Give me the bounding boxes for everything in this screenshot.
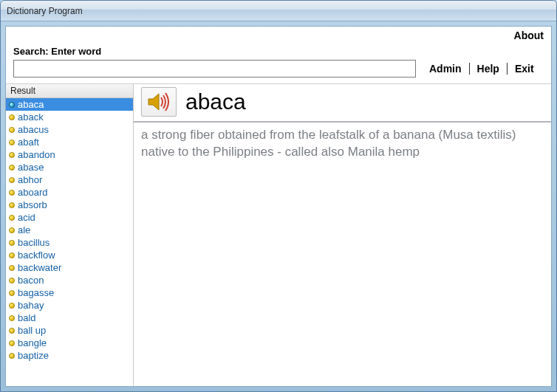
- definition-text: a strong fiber obtained from the leafsta…: [134, 123, 551, 165]
- exit-link[interactable]: Exit: [512, 63, 537, 75]
- bullet-icon: [9, 227, 15, 233]
- speaker-icon: [147, 92, 171, 112]
- bullet-icon: [9, 165, 15, 171]
- bullet-icon: [9, 240, 15, 246]
- list-item-label: bahay: [18, 300, 44, 311]
- svg-marker-0: [148, 94, 159, 110]
- help-link[interactable]: Help: [474, 63, 502, 75]
- list-item[interactable]: ale: [6, 224, 133, 236]
- list-item[interactable]: bald: [6, 312, 133, 324]
- bullet-icon: [9, 328, 15, 334]
- list-item[interactable]: aboard: [6, 186, 133, 199]
- list-item-label: abaca: [18, 99, 44, 110]
- list-item-label: acid: [18, 212, 35, 223]
- list-item-label: abaft: [18, 137, 39, 148]
- bullet-icon: [9, 202, 15, 208]
- list-item-label: aback: [18, 111, 44, 123]
- result-list[interactable]: abacaabackabacusabaftabandonabaseabhorab…: [6, 98, 133, 386]
- list-item-label: abhor: [18, 174, 42, 185]
- detail-panel: abaca a strong fiber obtained from the l…: [134, 84, 551, 386]
- bullet-icon: [9, 215, 15, 221]
- admin-link[interactable]: Admin: [426, 63, 465, 75]
- list-item[interactable]: backflow: [6, 249, 133, 261]
- list-item-label: ball up: [18, 325, 46, 336]
- list-item[interactable]: abandon: [6, 148, 133, 161]
- bullet-icon: [9, 278, 15, 283]
- content-area: Result abacaabackabacusabaftabandonabase…: [6, 83, 551, 386]
- app-body: About Search: Enter word Admin Help Exit…: [5, 26, 552, 387]
- window-title: Dictionary Program: [7, 6, 83, 16]
- list-item-label: backwater: [18, 262, 61, 273]
- sidebar: Result abacaabackabacusabaftabandonabase…: [6, 84, 134, 386]
- search-label: Search: Enter word: [6, 41, 551, 58]
- list-item[interactable]: bagasse: [6, 286, 133, 299]
- list-item[interactable]: bacon: [6, 274, 133, 286]
- bullet-icon: [9, 102, 15, 108]
- bullet-icon: [9, 315, 15, 321]
- bullet-icon: [9, 190, 15, 196]
- list-item-label: bacon: [18, 275, 44, 286]
- list-item[interactable]: abaft: [6, 136, 133, 148]
- list-item-label: abacus: [18, 124, 49, 135]
- list-item-label: ale: [18, 224, 30, 235]
- list-item[interactable]: bangle: [6, 337, 133, 349]
- bullet-icon: [9, 177, 15, 183]
- list-item-label: baptize: [18, 350, 49, 361]
- bullet-icon: [9, 340, 15, 346]
- list-item[interactable]: aback: [6, 111, 133, 123]
- list-item-label: bacillus: [18, 237, 49, 248]
- list-item-label: abandon: [18, 149, 55, 160]
- bullet-icon: [9, 303, 15, 309]
- list-item[interactable]: bacillus: [6, 236, 133, 249]
- list-item-label: aboard: [18, 187, 47, 198]
- list-item[interactable]: abhor: [6, 173, 133, 186]
- list-item[interactable]: ball up: [6, 324, 133, 337]
- bullet-icon: [9, 127, 15, 133]
- list-item[interactable]: backwater: [6, 261, 133, 274]
- list-item[interactable]: baptize: [6, 349, 133, 362]
- search-input[interactable]: [13, 60, 416, 78]
- bullet-icon: [9, 140, 15, 145]
- separator: [507, 63, 508, 75]
- bullet-icon: [9, 353, 15, 359]
- search-row: Admin Help Exit: [6, 58, 551, 83]
- list-item[interactable]: abase: [6, 161, 133, 173]
- list-item[interactable]: absorb: [6, 199, 133, 211]
- list-item[interactable]: abacus: [6, 123, 133, 136]
- about-row: About: [6, 27, 551, 41]
- list-item-label: backflow: [18, 250, 55, 261]
- bullet-icon: [9, 114, 15, 120]
- detail-header: abaca: [134, 84, 551, 123]
- speaker-button[interactable]: [141, 87, 177, 117]
- word-title: abaca: [185, 89, 246, 114]
- bullet-icon: [9, 152, 15, 158]
- bullet-icon: [9, 290, 15, 296]
- list-item-label: bald: [18, 312, 36, 323]
- bullet-icon: [9, 265, 15, 271]
- list-item-label: bagasse: [18, 287, 54, 298]
- bullet-icon: [9, 252, 15, 258]
- action-links: Admin Help Exit: [426, 63, 537, 75]
- list-item-label: abase: [18, 162, 44, 173]
- list-item[interactable]: acid: [6, 211, 133, 224]
- about-link[interactable]: About: [514, 30, 544, 41]
- list-item-label: bangle: [18, 337, 47, 348]
- list-item[interactable]: abaca: [6, 98, 133, 111]
- app-window: Dictionary Program About Search: Enter w…: [0, 0, 557, 392]
- list-item-label: absorb: [18, 199, 47, 210]
- list-item[interactable]: bahay: [6, 299, 133, 312]
- titlebar[interactable]: Dictionary Program: [1, 1, 556, 21]
- result-header: Result: [6, 84, 133, 98]
- separator: [469, 63, 470, 75]
